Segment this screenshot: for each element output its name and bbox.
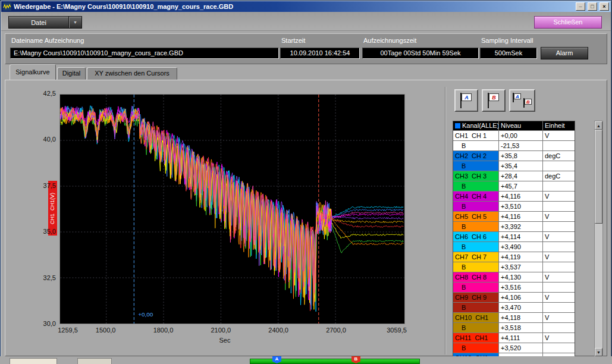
channel-row-ch11[interactable]: CH11 CH1+4,111V [453,333,575,343]
scrollbar-up-arrow-icon[interactable]: ▲ [595,121,602,130]
recording-info-panel: Dateiname Aufzeichnung E:\Magny Cours\10… [5,33,607,64]
minimize-button[interactable]: _ [576,2,585,11]
schliessen-button[interactable]: Schließen [534,16,602,29]
channel-table[interactable]: Kanal(ALLE) Niveau Einheit CH1 CH 1+0,00… [453,121,575,357]
cursor-b-row-ch10[interactable]: B+3,518 [453,323,575,333]
startzeit-label: Startzeit [281,37,305,44]
startzeit-field[interactable]: 10.09.2010 16:42:54 [280,48,360,59]
channel-row-ch8[interactable]: CH8 CH 8+4,130V [453,272,575,283]
cursor-b-row-ch5[interactable]: B+3,392 [453,222,575,232]
header-einheit: Einheit [543,121,575,131]
cursor-b-row-ch11[interactable]: B+3,520 [453,343,575,353]
cursor-b-row-ch7[interactable]: B+3,537 [453,262,575,272]
tab-bar: Signalkurve Digital XY zwischen den Curs… [5,64,607,80]
header-kanal-label: Kanal(ALLE) [462,121,499,130]
bottom-button-1[interactable] [10,358,57,364]
tab-signalkurve[interactable]: Signalkurve [10,64,56,80]
cursor-a-button[interactable]: A [454,89,478,112]
scrollbar-thumb[interactable] [595,130,602,224]
aufzeichnungszeit-field[interactable]: 00Tage 00Std 50Min 59Sek [362,48,479,59]
channel-row-ch4[interactable]: CH4 CH 4+4,116V [453,192,575,202]
app-window: Wiedergabe - E:\Magny Cours\100910\10091… [0,0,612,364]
filename-label: Dateiname Aufzeichnung [11,37,84,44]
cursor-b-row-ch3[interactable]: B+45,7 [453,181,575,192]
channel-table-header: Kanal(ALLE) Niveau Einheit [453,121,575,131]
datei-label: Datei [9,19,68,26]
cursor-b-row-ch6[interactable]: B+3,490 [453,242,575,252]
y-axis-channel-label: CH1 CH1(V) [48,181,57,236]
titlebar[interactable]: Wiedergabe - E:\Magny Cours\100910\10091… [1,1,611,12]
panel-divider [445,87,446,354]
window-title: Wiedergabe - E:\Magny Cours\100910\10091… [14,3,573,10]
cursor-a-flag-icon: A [462,93,472,101]
cursor-b-flag-icon: B [525,99,532,105]
cursor-b-row-ch2[interactable]: B+35,4 [453,161,575,171]
channel-row-ch2[interactable]: CH2 CH 2+35,8degC [453,151,575,161]
cursor-b-row-ch1[interactable]: B-21,53 [453,141,575,151]
cursor-a-value-label: +0,00 [138,311,153,318]
app-icon [3,2,11,11]
menu-bar: Datei ▼ Schließen [1,12,611,31]
close-button[interactable]: × [600,2,609,11]
channel-row-ch1[interactable]: CH1 CH 1+0,00V [453,131,575,141]
aufzeichnungszeit-label: Aufzeichnungszeit [363,37,416,44]
channel-row-ch5[interactable]: CH5 CH 5+4,116V [453,212,575,222]
channel-row-ch6[interactable]: CH6 CH 6+4,114V [453,232,575,242]
sampling-intervall-label: Sampling Intervall [481,37,533,44]
cursor-ab-button[interactable]: A B [509,89,535,112]
header-kanal: Kanal(ALLE) [453,121,499,131]
signal-plot[interactable]: +0,00 [59,94,405,324]
channel-row-ch9[interactable]: CH9 CH 9+4,106V [453,293,575,303]
bottom-button-2[interactable] [77,358,112,364]
selected-channel-swatch [455,123,460,128]
tab-xy-zwischen-den-cursors[interactable]: XY zwischen den Cursors [87,67,177,80]
bottom-control-strip: A B [0,356,612,364]
channel-row-ch3[interactable]: CH3 CH 3+28,4degC [453,171,575,181]
channel-table-rows: CH1 CH 1+0,00VB-21,53CH2 CH 2+35,8degCB+… [453,131,575,357]
table-scrollbar[interactable]: ▲ ▼ [594,121,603,357]
cursor-b-row-ch9[interactable]: B+3,470 [453,303,575,313]
maximize-button[interactable]: □ [588,2,597,11]
cursor-b-button[interactable]: B [482,89,506,112]
tab-digital[interactable]: Digital [57,67,86,80]
cursor-b-row-ch4[interactable]: B+3,510 [453,202,575,212]
header-niveau: Niveau [499,121,543,131]
channel-row-ch10[interactable]: CH10 CH1+4,118V [453,313,575,323]
filename-field[interactable]: E:\Magny Cours\100910\100910_magny_cours… [10,48,279,59]
chevron-down-icon: ▼ [68,17,81,28]
scrollbar-down-arrow-icon[interactable]: ▼ [595,348,602,356]
cursor-b-flag-icon: B [489,93,499,101]
sampling-intervall-field[interactable]: 500mSek [480,48,537,59]
channel-row-ch7[interactable]: CH7 CH 7+4,119V [453,252,575,262]
cursor-b-row-ch8[interactable]: B+3,516 [453,283,575,293]
datei-menu-button[interactable]: Datei ▼ [8,16,82,29]
cursor-a-flag-icon: A [514,93,521,99]
alarm-button[interactable]: Alarm [541,47,588,59]
